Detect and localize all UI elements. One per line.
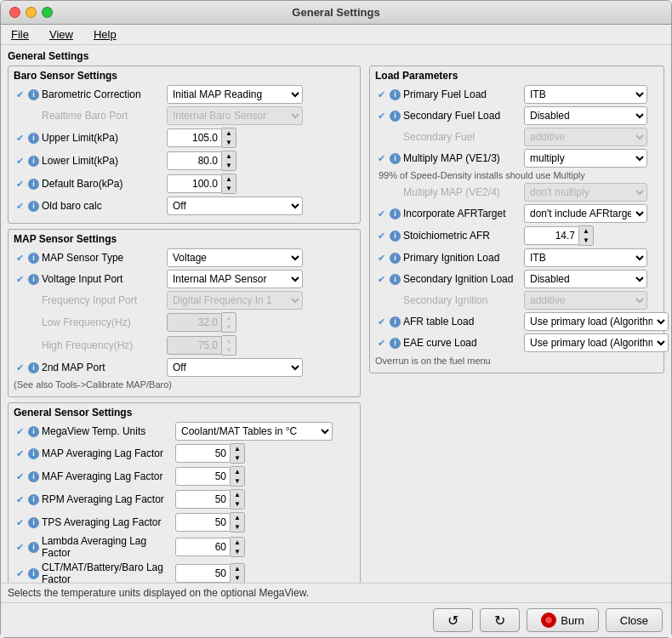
info-eae-curve-load[interactable]: i xyxy=(390,338,401,349)
spinner-tps-avg-down[interactable]: ▼ xyxy=(231,522,244,532)
select-voltage-input[interactable]: Internal MAP Sensor External xyxy=(167,270,303,288)
select-primary-fuel[interactable]: ITB Speed-Density Alpha-N xyxy=(524,85,647,104)
spinner-lower-limit-down[interactable]: ▼ xyxy=(222,161,236,170)
select-eae-curve-load[interactable]: Use primary load (Algorithm) xyxy=(524,333,669,352)
spinner-lower-limit-up[interactable]: ▲ xyxy=(222,151,236,161)
info-map-averaging[interactable]: i xyxy=(28,448,39,459)
info-map-sensor-type[interactable]: i xyxy=(28,253,39,264)
input-lambda-averaging[interactable] xyxy=(175,538,231,556)
spinner-rpm-avg-down[interactable]: ▼ xyxy=(231,499,244,509)
spinner-tps-avg-up[interactable]: ▲ xyxy=(231,513,244,522)
input-rpm-averaging[interactable] xyxy=(175,490,231,509)
check-map-averaging[interactable]: ✔ xyxy=(14,447,26,459)
info-maf-averaging[interactable]: i xyxy=(28,471,39,482)
input-stoichiometric-afr[interactable] xyxy=(524,226,579,245)
check-multiply-map-ve1[interactable]: ✔ xyxy=(375,152,387,164)
info-primary-ignition[interactable]: i xyxy=(390,253,401,264)
check-megaview-temp[interactable]: ✔ xyxy=(14,425,26,437)
info-lower-limit[interactable]: i xyxy=(28,156,39,167)
check-afr-table-load[interactable]: ✔ xyxy=(375,316,387,328)
input-maf-averaging[interactable] xyxy=(175,467,231,486)
check-rpm-averaging[interactable]: ✔ xyxy=(14,493,26,505)
check-lambda-averaging[interactable]: ✔ xyxy=(14,541,26,553)
select-old-baro-calc[interactable]: Off On xyxy=(167,197,303,215)
spinner-lambda-avg-down[interactable]: ▼ xyxy=(231,547,244,556)
select-megaview-temp[interactable]: Coolant/MAT Tables in °C Coolant/MAT Tab… xyxy=(175,422,333,441)
select-2nd-map-port[interactable]: Off On xyxy=(167,358,303,377)
check-primary-fuel[interactable]: ✔ xyxy=(375,88,387,100)
spinner-maf-avg-up[interactable]: ▲ xyxy=(231,467,244,476)
spinner-stoich-up[interactable]: ▲ xyxy=(579,226,593,236)
info-default-baro[interactable]: i xyxy=(28,179,39,190)
redo-button[interactable]: ↻ xyxy=(480,608,520,632)
spinner-stoich-down[interactable]: ▼ xyxy=(579,236,593,245)
select-incorporate-afr[interactable]: don't include AFRtarget include AFRtarge… xyxy=(524,204,647,223)
input-clt-averaging[interactable] xyxy=(175,564,231,583)
select-baro-correction[interactable]: Initial MAP Reading Realtime Baro Port F… xyxy=(167,85,303,104)
info-old-baro-calc[interactable]: i xyxy=(28,201,39,212)
burn-button[interactable]: Burn xyxy=(527,608,598,632)
info-upper-limit[interactable]: i xyxy=(28,133,39,144)
info-tps-averaging[interactable]: i xyxy=(28,517,39,528)
spinner-default-baro-down[interactable]: ▼ xyxy=(222,184,236,193)
check-tps-averaging[interactable]: ✔ xyxy=(14,516,26,528)
info-incorporate-afr[interactable]: i xyxy=(390,208,401,219)
check-maf-averaging[interactable]: ✔ xyxy=(14,470,26,482)
info-2nd-map-port[interactable]: i xyxy=(28,362,39,373)
menu-help[interactable]: Help xyxy=(90,26,120,43)
close-button[interactable] xyxy=(9,7,20,18)
select-afr-table-load[interactable]: Use primary load (Algorithm) xyxy=(524,312,669,331)
spinner-clt-avg-up[interactable]: ▲ xyxy=(231,564,244,573)
spinner-map-avg-up[interactable]: ▲ xyxy=(231,444,244,453)
input-map-averaging[interactable] xyxy=(175,444,231,463)
undo-button[interactable]: ↺ xyxy=(433,608,473,632)
select-map-sensor-type[interactable]: Voltage Frequency xyxy=(167,248,303,267)
input-lower-limit[interactable] xyxy=(167,151,222,170)
info-afr-table-load[interactable]: i xyxy=(390,316,401,328)
select-secondary-ignition-load[interactable]: Disabled Enabled xyxy=(524,270,647,288)
spinner-upper-limit-down[interactable]: ▼ xyxy=(222,138,236,147)
check-primary-ignition[interactable]: ✔ xyxy=(375,252,387,264)
check-stoichiometric-afr[interactable]: ✔ xyxy=(375,230,387,242)
info-lambda-averaging[interactable]: i xyxy=(28,542,39,553)
spinner-default-baro-up[interactable]: ▲ xyxy=(222,174,236,184)
select-multiply-map-ve1[interactable]: multiply don't multiply xyxy=(524,149,647,168)
input-tps-averaging[interactable] xyxy=(175,513,231,532)
minimize-button[interactable] xyxy=(26,7,37,18)
select-secondary-fuel-load[interactable]: Disabled Enabled xyxy=(524,106,647,125)
info-secondary-fuel-load[interactable]: i xyxy=(390,111,401,122)
spinner-rpm-avg-up[interactable]: ▲ xyxy=(231,490,244,499)
info-secondary-ignition-load[interactable]: i xyxy=(390,274,401,285)
menu-file[interactable]: File xyxy=(8,26,32,43)
spinner-map-avg-down[interactable]: ▼ xyxy=(231,453,244,463)
input-default-baro[interactable] xyxy=(167,174,222,193)
info-baro-correction[interactable]: i xyxy=(28,89,39,100)
spinner-upper-limit-up[interactable]: ▲ xyxy=(222,128,236,138)
maximize-button[interactable] xyxy=(42,7,53,18)
input-upper-limit[interactable] xyxy=(167,128,222,147)
info-voltage-input[interactable]: i xyxy=(28,274,39,285)
info-rpm-averaging[interactable]: i xyxy=(28,494,39,505)
info-clt-averaging[interactable]: i xyxy=(28,568,39,579)
check-lower-limit[interactable]: ✔ xyxy=(14,155,26,167)
menu-view[interactable]: View xyxy=(46,26,77,43)
check-secondary-ignition-load[interactable]: ✔ xyxy=(375,273,387,285)
info-megaview-temp[interactable]: i xyxy=(28,426,39,437)
close-dialog-button[interactable]: Close xyxy=(606,608,663,632)
check-eae-curve-load[interactable]: ✔ xyxy=(375,337,387,349)
check-default-baro[interactable]: ✔ xyxy=(14,178,26,190)
select-primary-ignition[interactable]: ITB Speed-Density xyxy=(524,248,647,267)
check-2nd-map-port[interactable]: ✔ xyxy=(14,362,26,373)
check-clt-averaging[interactable]: ✔ xyxy=(14,567,26,579)
spinner-maf-avg-down[interactable]: ▼ xyxy=(231,476,244,486)
info-multiply-map-ve1[interactable]: i xyxy=(390,153,401,164)
check-secondary-fuel-load[interactable]: ✔ xyxy=(375,110,387,122)
check-upper-limit[interactable]: ✔ xyxy=(14,132,26,144)
check-map-sensor-type[interactable]: ✔ xyxy=(14,252,26,264)
check-baro-correction[interactable]: ✔ xyxy=(14,88,26,100)
spinner-clt-avg-down[interactable]: ▼ xyxy=(231,573,244,583)
check-old-baro-calc[interactable]: ✔ xyxy=(14,200,26,212)
info-primary-fuel[interactable]: i xyxy=(390,89,401,100)
check-voltage-input[interactable]: ✔ xyxy=(14,273,26,285)
spinner-lambda-avg-up[interactable]: ▲ xyxy=(231,538,244,547)
